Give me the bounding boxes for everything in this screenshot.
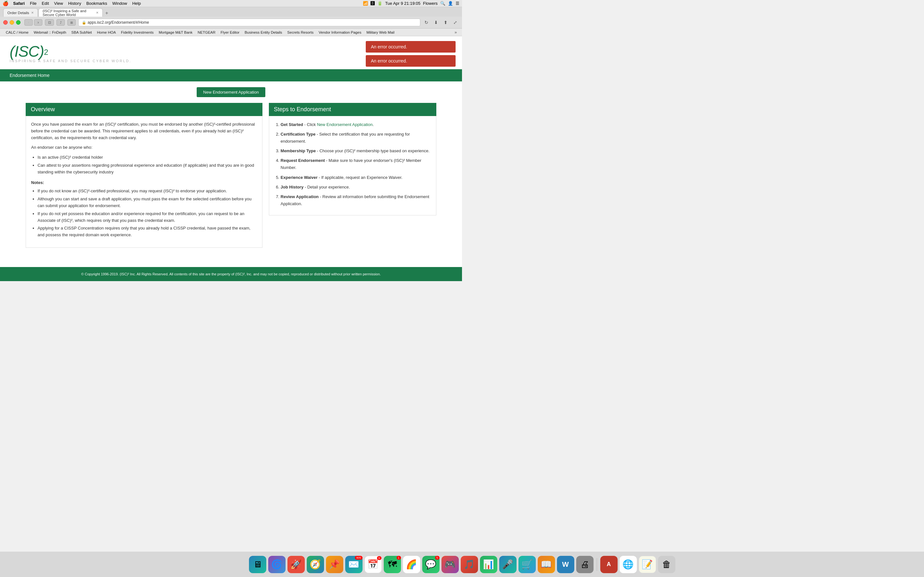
isc2-nav: Endorsement Home [0,69,462,81]
bookmarks-bar: CALC / Home Webmail :: FnDepth SBA SubNe… [0,29,462,36]
notes-list: If you do not know an (ISC)²-certified p… [31,188,257,239]
url-text: apps.isc2.org/Endorsement/#/Home [87,20,149,25]
endorser-list-item: Can attest to your assertions regarding … [37,162,257,176]
new-app-area: New Endorsement Application [0,81,462,103]
close-window-button[interactable] [3,20,8,25]
bookmark-military[interactable]: Military Web Mail [364,30,397,35]
overview-header: Overview [26,103,262,116]
bookmark-mortgage[interactable]: Mortgage M&T Bank [156,30,195,35]
step-5-label: Experience Waiver [281,175,318,180]
step-7: Review Application - Review all informat… [281,193,431,207]
logo-tagline: INSPIRING A SAFE AND SECURE CYBER WORLD. [10,59,132,63]
bookmark-vendor[interactable]: Vendor Information Pages [316,30,364,35]
browser-toolbar: ‹ › ⊡ ⤴ ⊞ 🔒 apps.isc2.org/Endorsement/#/… [0,17,462,29]
bookmark-business[interactable]: Business Entity Details [242,30,284,35]
reload-button[interactable]: ↻ [423,19,430,26]
step-3-label: Membership Type [281,148,316,153]
step-7-label: Review Application [281,194,319,199]
notes-list-item: Applying for a CISSP Concentration requi… [37,225,257,239]
nav-endorsement-home[interactable]: Endorsement Home [6,73,53,78]
step-2: Certification Type - Select the certific… [281,131,431,145]
nav-buttons: ‹ › [24,19,42,26]
steps-section: Steps to Endorsement Get Started - Click… [269,103,436,248]
new-endorsement-application-button[interactable]: New Endorsement Application [197,87,265,97]
bookmark-sba[interactable]: SBA SubNet [69,30,94,35]
menubar-safari[interactable]: Safari [11,1,27,6]
steps-body: Get Started - Click New Endorsement Appl… [269,116,436,215]
notes-list-item: If you do not know an (ISC)²-certified p… [37,188,257,195]
overview-section: Overview Once you have passed the exam f… [26,103,262,248]
menubar-edit[interactable]: Edit [39,1,51,6]
menubar: 🍎 Safari File Edit View History Bookmark… [0,0,462,7]
overview-body: Once you have passed the exam for an (IS… [26,116,262,248]
browser-chrome: Order Details ✕ (ISC)² Inspiring a Safe … [0,7,462,36]
user-icon: 👤 [448,1,453,6]
apple-menu[interactable]: 🍎 [3,1,9,6]
menubar-time: Tue Apr 9 21:19:05 [385,1,420,6]
endorser-list: Is an active (ISC)² credential holder Ca… [31,154,257,175]
sidebar-button[interactable]: ⊡ [45,19,54,26]
steps-list: Get Started - Click New Endorsement Appl… [274,121,431,207]
tabs-bar: Order Details ✕ (ISC)² Inspiring a Safe … [0,7,462,17]
menubar-history[interactable]: History [65,1,83,6]
menubar-help[interactable]: Help [129,1,144,6]
notes-list-item: If you do not yet possess the education … [37,211,257,224]
share2-button[interactable]: ⬆ [442,19,449,26]
step-4-label: Request Endorsement [281,158,325,163]
menubar-status: 📶 🅱 🔋 Tue Apr 9 21:19:05 Flowers 🔍 👤 ☰ [363,1,459,6]
notes-list-item: Although you can start and save a draft … [37,196,257,210]
fullscreen-button[interactable]: ⤢ [452,19,459,26]
step-3: Membership Type - Choose your (ISC)² mem… [281,147,431,155]
menubar-bookmarks[interactable]: Bookmarks [84,1,110,6]
page-content: (ISC)2 INSPIRING A SAFE AND SECURE CYBER… [0,36,462,281]
notes-label: Notes: [31,179,257,186]
traffic-lights [3,20,21,25]
logo-text: (ISC)2 INSPIRING A SAFE AND SECURE CYBER… [10,43,132,63]
bookmarks-more-button[interactable]: » [453,29,459,35]
main-content: Overview Once you have passed the exam f… [0,103,462,258]
bookmark-webmail[interactable]: Webmail :: FnDepth [31,30,69,35]
tab-close-button[interactable]: ✕ [31,11,34,15]
new-tab-button[interactable]: + [103,10,110,17]
back-button[interactable]: ‹ [24,19,33,26]
list-icon[interactable]: ☰ [456,1,459,6]
tab-label-active: (ISC)² Inspiring a Safe and Secure Cyber… [43,9,94,17]
bookmark-calc-home[interactable]: CALC / Home [3,30,31,35]
bluetooth-icon: 🅱 [371,1,375,6]
bookmark-fidelity[interactable]: Fidelity Investments [118,30,156,35]
step-6-label: Job History [281,185,304,189]
new-endorsement-link[interactable]: New Endorsement Application [317,122,373,127]
bookmark-hoa[interactable]: Home HOA [94,30,118,35]
step-4: Request Endorsement - Make sure to have … [281,157,431,171]
overview-para-2: An endorser can be anyone who: [31,144,257,151]
tab-isc2[interactable]: (ISC)² Inspiring a Safe and Secure Cyber… [39,8,103,17]
endorser-list-item: Is an active (ISC)² credential holder [37,154,257,161]
error-alert-1: An error occurred. [366,41,456,53]
bookmark-secrets[interactable]: Secrets Resorts [284,30,316,35]
download-button[interactable]: ⬇ [433,19,439,26]
tab-order-details[interactable]: Order Details ✕ [3,8,38,17]
search-icon[interactable]: 🔍 [440,1,445,6]
forward-button[interactable]: › [34,19,42,26]
fullscreen-window-button[interactable] [16,20,21,25]
error-alerts: An error occurred. An error occurred. [366,41,456,67]
battery-icon: 🔋 [377,1,383,6]
menubar-window[interactable]: Window [110,1,129,6]
url-bar[interactable]: 🔒 apps.isc2.org/Endorsement/#/Home [78,19,420,26]
minimize-window-button[interactable] [10,20,14,25]
step-1-label: Get Started [281,122,303,127]
overview-para-1: Once you have passed the exam for an (IS… [31,121,257,141]
tab-close-active-button[interactable]: ✕ [96,11,99,15]
bookmark-netgear[interactable]: NETGEAR [195,30,218,35]
step-5: Experience Waiver - If applicable, reque… [281,174,431,181]
step-6: Job History - Detail your experience. [281,184,431,191]
bookmark-flyer[interactable]: Flyer Editor [218,30,242,35]
step-2-label: Certification Type [281,132,316,137]
step-1: Get Started - Click New Endorsement Appl… [281,121,431,128]
share-button[interactable]: ⤴ [57,19,65,26]
steps-header: Steps to Endorsement [269,103,436,116]
menubar-file[interactable]: File [27,1,39,6]
menubar-view[interactable]: View [52,1,66,6]
tab-overview-button[interactable]: ⊞ [67,19,76,26]
ssl-lock-icon: 🔒 [82,21,86,25]
